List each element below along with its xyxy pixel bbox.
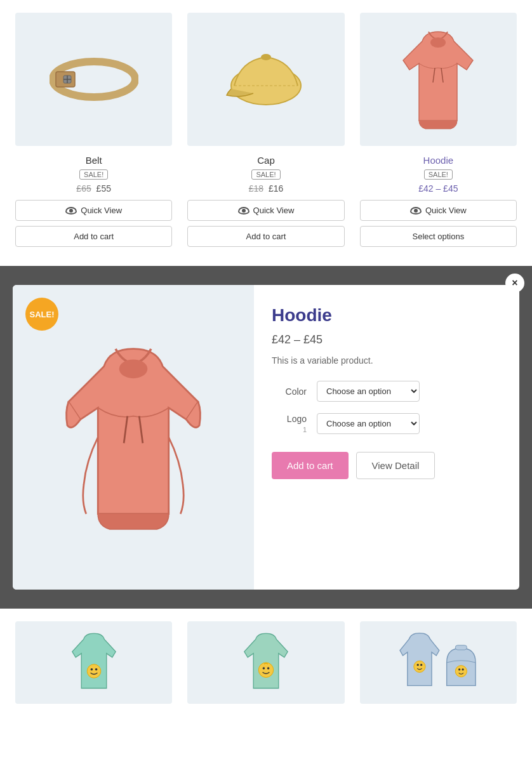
modal-overlay: × SALE! Hoodie £42 – £45 T: [0, 266, 532, 609]
svg-point-25: [462, 668, 464, 670]
sale-badge-hoodie: SALE!: [424, 169, 453, 180]
modal-product-title: Hoodie: [272, 305, 502, 326]
product-price-cap: £18 £16: [249, 183, 284, 194]
svg-point-23: [456, 666, 467, 677]
modal-info-side: Hoodie £42 – £45 This is a variable prod…: [254, 285, 519, 590]
product-name-hoodie[interactable]: Hoodie: [423, 155, 454, 166]
svg-point-17: [258, 663, 273, 677]
product-grid: Belt SALE! £65 £55 Quick View Add to car…: [0, 0, 532, 266]
quick-view-belt-button[interactable]: Quick View: [15, 200, 172, 221]
add-to-cart-cap-button[interactable]: Add to cart: [187, 226, 344, 247]
svg-point-24: [458, 668, 460, 670]
logo-label: Logo 1: [272, 414, 307, 434]
svg-point-20: [414, 661, 425, 672]
svg-point-22: [420, 664, 422, 666]
eye-icon: [65, 207, 77, 215]
logo-select[interactable]: Choose an option: [317, 413, 420, 434]
svg-point-19: [267, 667, 270, 670]
svg-point-16: [95, 668, 97, 671]
svg-point-8: [430, 37, 446, 48]
product-card-belt: Belt SALE! £65 £55 Quick View Add to car…: [15, 13, 172, 247]
product-image-belt: [15, 13, 172, 146]
modal-close-button[interactable]: ×: [505, 274, 524, 293]
product-card-cap: Cap SALE! £18 £16 Quick View Add to cart: [187, 13, 344, 247]
product-image-cap: [187, 13, 344, 146]
product-name-cap: Cap: [257, 155, 275, 166]
eye-icon: [238, 207, 249, 215]
modal-actions: Add to cart View Detail: [272, 452, 502, 479]
modal-view-detail-button[interactable]: View Detail: [356, 452, 436, 479]
svg-point-14: [87, 664, 101, 678]
modal-logo-row: Logo 1 Choose an option: [272, 413, 502, 434]
product-card-hoodie-green-1: [15, 621, 172, 704]
product-card-hoodie-green-2: [187, 621, 344, 704]
product-image-hoodie-group: [360, 621, 517, 704]
svg-point-7: [261, 54, 271, 60]
color-label: Color: [272, 386, 307, 397]
product-price-hoodie: £42 – £45: [418, 183, 458, 194]
sale-badge-belt: SALE!: [79, 169, 108, 180]
svg-point-21: [417, 664, 419, 666]
modal-product-description: This is a variable product.: [272, 355, 502, 366]
select-options-hoodie-button[interactable]: Select options: [360, 226, 517, 247]
bottom-product-grid: [0, 609, 532, 716]
svg-point-11: [119, 359, 148, 378]
quick-view-cap-button[interactable]: Quick View: [187, 200, 344, 221]
modal-content: SALE! Hoodie £42 – £45 This is a variabl…: [13, 285, 519, 590]
product-image-hoodie-green-2: [187, 621, 344, 704]
sale-badge-cap: SALE!: [251, 169, 280, 180]
product-name-belt: Belt: [86, 155, 102, 166]
color-select[interactable]: Choose an option: [317, 381, 420, 402]
modal-add-to-cart-button[interactable]: Add to cart: [272, 452, 349, 479]
modal-image-side: SALE!: [13, 285, 254, 590]
modal-product-price: £42 – £45: [272, 333, 502, 347]
modal-color-row: Color Choose an option: [272, 381, 502, 402]
svg-rect-26: [456, 645, 467, 650]
product-image-hoodie: [360, 13, 517, 146]
quick-view-hoodie-button[interactable]: Quick View: [360, 200, 517, 221]
product-card-hoodie-group: [360, 621, 517, 704]
product-card-hoodie: Hoodie SALE! £42 – £45 Quick View Select…: [360, 13, 517, 247]
product-image-hoodie-green-1: [15, 621, 172, 704]
modal-sale-badge: SALE!: [25, 298, 58, 331]
eye-icon: [410, 207, 422, 215]
add-to-cart-belt-button[interactable]: Add to cart: [15, 226, 172, 247]
svg-point-18: [263, 667, 265, 670]
product-price-belt: £65 £55: [76, 183, 111, 194]
svg-point-15: [90, 668, 93, 671]
